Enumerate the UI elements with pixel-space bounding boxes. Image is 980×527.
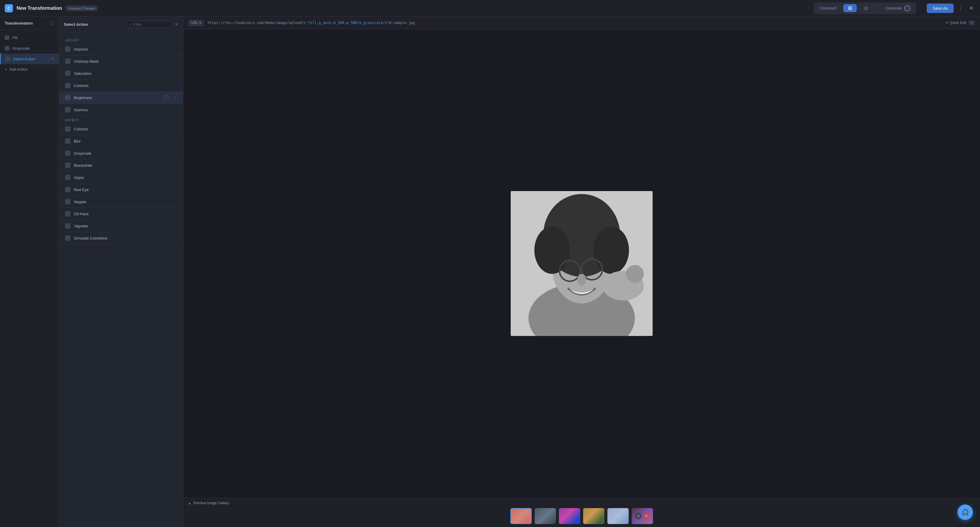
action-item-negate[interactable]: Negate xyxy=(59,196,183,208)
app-title: New Transformation xyxy=(17,6,62,11)
action-item-contrast[interactable]: Contrast xyxy=(59,80,183,92)
search-icon: ⌕ xyxy=(129,22,132,27)
chat-fab-button[interactable]: 🎧 xyxy=(958,505,973,520)
nav-video[interactable]: 🎥 xyxy=(859,4,873,12)
action-item-redeye[interactable]: Red Eye xyxy=(59,184,183,196)
vignette-icon xyxy=(65,223,70,229)
main-layout: Transformation i Fill Grayscale Select A… xyxy=(0,17,980,527)
action-item-oilpaint[interactable]: Oil Paint xyxy=(59,208,183,220)
section-effect-label: Effect xyxy=(59,116,183,123)
url-bar: URL ▾ https://res.cloudinary.com/demo/im… xyxy=(183,17,980,29)
action-item-blackwhite[interactable]: Blackwhite xyxy=(59,159,183,172)
action-item-vignette[interactable]: Vignette xyxy=(59,220,183,232)
svg-point-7 xyxy=(593,226,629,274)
preview-area xyxy=(183,29,980,498)
simulate-colorblind-icon xyxy=(65,236,70,241)
thumb-image-6: ↻ ✕ xyxy=(632,508,653,524)
left-panel-title: Transformation xyxy=(5,21,33,25)
nav-converse[interactable]: Converse ✦ xyxy=(881,3,915,13)
action-item-blur[interactable]: Blur xyxy=(59,135,183,147)
brightness-star-icon[interactable]: ☆ xyxy=(173,95,177,100)
url-badge[interactable]: URL ▾ xyxy=(188,19,204,26)
more-options-button[interactable]: ⋮ xyxy=(956,3,965,13)
save-as-button[interactable]: Save As xyxy=(927,3,954,13)
gallery-bar: ▲ Preview Image Gallery xyxy=(183,498,980,527)
add-icon: + xyxy=(5,67,7,72)
middle-panel-header: Select Action ⌕ ✕ xyxy=(59,17,183,32)
topbar: C New Transformation Unsaved Changes Con… xyxy=(0,0,980,17)
thumb-overlay-6: ↻ ✕ xyxy=(632,508,653,524)
unsaved-badge: Unsaved Changes xyxy=(66,6,98,11)
transformation-items: Fill Grayscale Select Action ✕ + Add Act… xyxy=(0,30,59,527)
add-action-button[interactable]: + Add Action xyxy=(0,64,59,75)
preview-image-container xyxy=(511,191,653,336)
quick-edit-button[interactable]: ✏ Quick Edit xyxy=(946,21,966,25)
filter-input[interactable] xyxy=(134,22,169,27)
nav-image[interactable]: 🖼 xyxy=(843,4,857,12)
gallery-title: Preview Image Gallery xyxy=(193,501,229,505)
url-params: c_fill,g_auto,h_500,w_500/e_grayscale/ xyxy=(304,21,385,25)
svg-point-6 xyxy=(535,226,570,274)
url-actions: ✏ Quick Edit ⎘ xyxy=(946,21,975,25)
converse-label: Converse xyxy=(885,6,902,10)
headphone-icon: 🎧 xyxy=(962,509,969,516)
thumb-image-1 xyxy=(511,509,531,524)
url-chevron-icon: ▾ xyxy=(199,21,201,25)
gallery-thumb-3[interactable] xyxy=(559,508,580,524)
redeye-icon xyxy=(65,187,70,192)
gallery-thumb-5[interactable] xyxy=(608,508,629,524)
select-action-close-icon[interactable]: ✕ xyxy=(51,57,54,61)
unsharpmask-icon xyxy=(65,59,70,64)
close-middle-button[interactable]: ✕ xyxy=(175,22,178,27)
saturation-icon xyxy=(65,71,70,76)
action-item-improve[interactable]: Improve xyxy=(59,43,183,55)
gallery-thumbs: ↻ ✕ xyxy=(188,508,975,524)
url-text: https://res.cloudinary.com/demo/image/up… xyxy=(208,21,942,25)
left-panel-header: Transformation i xyxy=(0,17,59,30)
nav-construct[interactable]: Construct xyxy=(815,4,841,12)
left-item-fill[interactable]: Fill xyxy=(0,32,59,43)
action-item-simulate-colorblind[interactable]: Simulate Colorblind xyxy=(59,232,183,244)
filter-input-wrap: ⌕ xyxy=(126,21,172,28)
svg-point-13 xyxy=(626,265,644,283)
action-item-unsharpmask[interactable]: Unsharp Mask xyxy=(59,55,183,67)
action-item-grayscale-effect[interactable]: Grayscale xyxy=(59,147,183,159)
action-list: Adjust Improve Unsharp Mask Saturation C… xyxy=(59,32,183,527)
gallery-collapse-icon: ▲ xyxy=(188,502,191,505)
left-item-select-action[interactable]: Select Action ✕ xyxy=(0,54,59,64)
svg-point-11 xyxy=(577,274,586,286)
action-item-saturation[interactable]: Saturation xyxy=(59,67,183,80)
gallery-header[interactable]: ▲ Preview Image Gallery xyxy=(188,501,975,505)
blur-icon xyxy=(65,139,70,144)
pencil-icon: ✏ xyxy=(946,21,949,25)
section-adjust-label: Adjust xyxy=(59,36,183,43)
gallery-thumb-4[interactable] xyxy=(583,508,605,524)
gallery-thumb-1[interactable] xyxy=(511,508,532,524)
action-item-colorize[interactable]: Colorize xyxy=(59,123,183,135)
sepia-icon xyxy=(65,175,70,180)
copy-url-button[interactable]: ⎘ xyxy=(969,21,975,25)
transformation-info-icon[interactable]: i xyxy=(49,21,54,25)
left-panel: Transformation i Fill Grayscale Select A… xyxy=(0,17,59,527)
left-item-grayscale[interactable]: Grayscale xyxy=(0,43,59,54)
blackwhite-icon xyxy=(65,162,70,168)
improve-icon xyxy=(65,46,70,52)
copy-icon: ⎘ xyxy=(971,21,973,25)
thumb-close-button[interactable]: ✕ xyxy=(643,513,649,519)
action-item-sepia[interactable]: Sepia xyxy=(59,172,183,184)
gallery-thumb-6[interactable]: ↻ ✕ xyxy=(632,508,653,524)
brightness-info-icon[interactable]: i xyxy=(164,95,169,100)
select-action-icon xyxy=(5,56,10,61)
close-button[interactable]: ✕ xyxy=(967,3,975,13)
app-logo: C xyxy=(5,4,13,13)
action-item-gamma[interactable]: Gamma xyxy=(59,104,183,116)
thumb-image-5 xyxy=(608,508,629,524)
gallery-thumb-2[interactable] xyxy=(535,508,556,524)
topbar-nav: Construct 🖼 🎥 Converse ✦ xyxy=(814,2,916,14)
converse-icon: ✦ xyxy=(904,5,910,11)
thumb-refresh-button[interactable]: ↻ xyxy=(635,513,642,519)
brightness-icon xyxy=(65,95,70,100)
negate-icon xyxy=(65,199,70,204)
topbar-right: Save As ⋮ ✕ xyxy=(927,3,975,13)
action-item-brightness[interactable]: Brightness i ☆ xyxy=(59,92,183,104)
